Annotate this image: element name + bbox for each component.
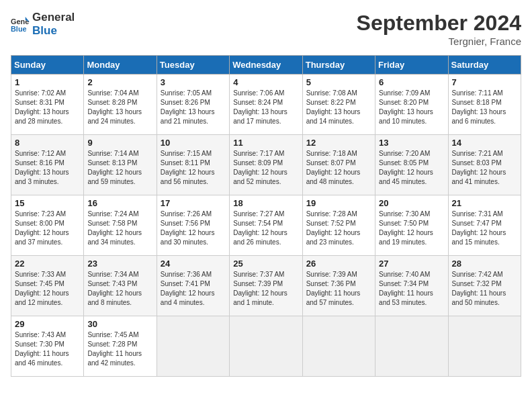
day-info: Sunrise: 7:11 AMSunset: 8:18 PMDaylight:… (452, 89, 506, 125)
calendar-week-row: 8 Sunrise: 7:12 AMSunset: 8:16 PMDayligh… (11, 135, 521, 195)
calendar-day-cell: 27 Sunrise: 7:40 AMSunset: 7:34 PMDaylig… (375, 256, 448, 316)
svg-text:Blue: Blue (11, 25, 27, 33)
calendar-day-cell: 15 Sunrise: 7:23 AMSunset: 8:00 PMDaylig… (11, 195, 84, 256)
calendar-day-cell (375, 316, 448, 377)
calendar-table: SundayMondayTuesdayWednesdayThursdayFrid… (11, 55, 521, 377)
calendar-day-cell: 11 Sunrise: 7:17 AMSunset: 8:09 PMDaylig… (230, 135, 302, 195)
calendar-week-row: 22 Sunrise: 7:33 AMSunset: 7:45 PMDaylig… (11, 256, 521, 316)
day-number: 10 (161, 138, 226, 148)
day-info: Sunrise: 7:30 AMSunset: 7:50 PMDaylight:… (379, 210, 433, 246)
calendar-day-cell: 10 Sunrise: 7:15 AMSunset: 8:11 PMDaylig… (157, 135, 229, 195)
calendar-body: 1 Sunrise: 7:02 AMSunset: 8:31 PMDayligh… (11, 75, 521, 377)
day-of-week-header: Monday (84, 56, 157, 75)
day-info: Sunrise: 7:40 AMSunset: 7:34 PMDaylight:… (379, 271, 433, 306)
calendar-day-cell: 24 Sunrise: 7:36 AMSunset: 7:41 PMDaylig… (157, 256, 229, 316)
day-info: Sunrise: 7:15 AMSunset: 8:11 PMDaylight:… (161, 150, 215, 185)
day-number: 24 (161, 259, 226, 269)
day-number: 2 (87, 77, 152, 87)
day-number: 25 (233, 259, 298, 269)
calendar-day-cell: 9 Sunrise: 7:14 AMSunset: 8:13 PMDayligh… (84, 135, 157, 195)
day-number: 26 (306, 259, 371, 269)
calendar-day-cell: 16 Sunrise: 7:24 AMSunset: 7:58 PMDaylig… (84, 195, 157, 256)
day-number: 18 (233, 198, 298, 208)
day-number: 8 (15, 138, 80, 148)
day-info: Sunrise: 7:04 AMSunset: 8:28 PMDaylight:… (87, 89, 142, 125)
page-header: General Blue General Blue September 2024… (11, 11, 521, 47)
calendar-day-cell: 22 Sunrise: 7:33 AMSunset: 7:45 PMDaylig… (11, 256, 84, 316)
calendar-day-cell: 13 Sunrise: 7:20 AMSunset: 8:05 PMDaylig… (375, 135, 448, 195)
calendar-day-cell: 7 Sunrise: 7:11 AMSunset: 8:18 PMDayligh… (448, 75, 521, 135)
calendar-week-row: 1 Sunrise: 7:02 AMSunset: 8:31 PMDayligh… (11, 75, 521, 135)
day-info: Sunrise: 7:39 AMSunset: 7:36 PMDaylight:… (306, 271, 361, 306)
calendar-day-cell: 14 Sunrise: 7:21 AMSunset: 8:03 PMDaylig… (448, 135, 521, 195)
month-year-title: September 2024 (357, 11, 521, 36)
calendar-day-cell: 29 Sunrise: 7:43 AMSunset: 7:30 PMDaylig… (11, 316, 84, 377)
day-info: Sunrise: 7:24 AMSunset: 7:58 PMDaylight:… (87, 210, 142, 246)
day-number: 1 (15, 77, 80, 87)
day-of-week-header: Wednesday (230, 56, 302, 75)
day-info: Sunrise: 7:18 AMSunset: 8:07 PMDaylight:… (306, 150, 361, 185)
calendar-day-cell: 1 Sunrise: 7:02 AMSunset: 8:31 PMDayligh… (11, 75, 84, 135)
calendar-day-cell: 6 Sunrise: 7:09 AMSunset: 8:20 PMDayligh… (375, 75, 448, 135)
day-number: 5 (306, 77, 371, 87)
day-info: Sunrise: 7:12 AMSunset: 8:16 PMDaylight:… (15, 150, 69, 185)
day-info: Sunrise: 7:27 AMSunset: 7:54 PMDaylight:… (233, 210, 287, 246)
day-number: 19 (306, 198, 371, 208)
day-info: Sunrise: 7:36 AMSunset: 7:41 PMDaylight:… (161, 271, 215, 306)
calendar-week-row: 15 Sunrise: 7:23 AMSunset: 8:00 PMDaylig… (11, 195, 521, 256)
calendar-day-cell: 17 Sunrise: 7:26 AMSunset: 7:56 PMDaylig… (157, 195, 229, 256)
calendar-day-cell: 8 Sunrise: 7:12 AMSunset: 8:16 PMDayligh… (11, 135, 84, 195)
day-number: 7 (452, 77, 517, 87)
day-info: Sunrise: 7:28 AMSunset: 7:52 PMDaylight:… (306, 210, 361, 246)
day-number: 23 (87, 259, 152, 269)
days-of-week-row: SundayMondayTuesdayWednesdayThursdayFrid… (11, 56, 521, 75)
day-info: Sunrise: 7:09 AMSunset: 8:20 PMDaylight:… (379, 89, 433, 125)
day-number: 15 (15, 198, 80, 208)
day-info: Sunrise: 7:17 AMSunset: 8:09 PMDaylight:… (233, 150, 287, 185)
day-info: Sunrise: 7:21 AMSunset: 8:03 PMDaylight:… (452, 150, 506, 185)
day-info: Sunrise: 7:26 AMSunset: 7:56 PMDaylight:… (161, 210, 215, 246)
day-number: 27 (379, 259, 444, 269)
calendar-day-cell (448, 316, 521, 377)
day-info: Sunrise: 7:42 AMSunset: 7:32 PMDaylight:… (452, 271, 506, 306)
day-info: Sunrise: 7:05 AMSunset: 8:26 PMDaylight:… (161, 89, 215, 125)
day-of-week-header: Thursday (302, 56, 375, 75)
day-info: Sunrise: 7:43 AMSunset: 7:30 PMDaylight:… (15, 331, 69, 367)
calendar-day-cell: 26 Sunrise: 7:39 AMSunset: 7:36 PMDaylig… (302, 256, 375, 316)
calendar-day-cell: 19 Sunrise: 7:28 AMSunset: 7:52 PMDaylig… (302, 195, 375, 256)
day-info: Sunrise: 7:02 AMSunset: 8:31 PMDaylight:… (15, 89, 69, 125)
day-number: 3 (161, 77, 226, 87)
logo: General Blue General Blue (11, 11, 75, 38)
calendar-day-cell: 5 Sunrise: 7:08 AMSunset: 8:22 PMDayligh… (302, 75, 375, 135)
calendar-week-row: 29 Sunrise: 7:43 AMSunset: 7:30 PMDaylig… (11, 316, 521, 377)
logo-icon: General Blue (11, 15, 30, 34)
day-number: 6 (379, 77, 444, 87)
day-info: Sunrise: 7:33 AMSunset: 7:45 PMDaylight:… (15, 271, 69, 306)
day-number: 28 (452, 259, 517, 269)
day-number: 30 (87, 319, 152, 329)
calendar-day-cell: 30 Sunrise: 7:45 AMSunset: 7:28 PMDaylig… (84, 316, 157, 377)
calendar-header: SundayMondayTuesdayWednesdayThursdayFrid… (11, 56, 521, 75)
calendar-day-cell: 23 Sunrise: 7:34 AMSunset: 7:43 PMDaylig… (84, 256, 157, 316)
calendar-day-cell (230, 316, 302, 377)
day-info: Sunrise: 7:31 AMSunset: 7:47 PMDaylight:… (452, 210, 506, 246)
location-label: Tergnier, France (357, 36, 521, 47)
calendar-day-cell: 21 Sunrise: 7:31 AMSunset: 7:47 PMDaylig… (448, 195, 521, 256)
day-number: 13 (379, 138, 444, 148)
day-of-week-header: Sunday (11, 56, 84, 75)
day-number: 14 (452, 138, 517, 148)
day-info: Sunrise: 7:20 AMSunset: 8:05 PMDaylight:… (379, 150, 433, 185)
day-info: Sunrise: 7:45 AMSunset: 7:28 PMDaylight:… (87, 331, 142, 367)
day-info: Sunrise: 7:34 AMSunset: 7:43 PMDaylight:… (87, 271, 142, 306)
day-number: 22 (15, 259, 80, 269)
day-info: Sunrise: 7:23 AMSunset: 8:00 PMDaylight:… (15, 210, 69, 246)
day-info: Sunrise: 7:14 AMSunset: 8:13 PMDaylight:… (87, 150, 142, 185)
calendar-day-cell: 25 Sunrise: 7:37 AMSunset: 7:39 PMDaylig… (230, 256, 302, 316)
calendar-day-cell (302, 316, 375, 377)
calendar-day-cell (157, 316, 229, 377)
calendar-day-cell: 20 Sunrise: 7:30 AMSunset: 7:50 PMDaylig… (375, 195, 448, 256)
calendar-day-cell: 4 Sunrise: 7:06 AMSunset: 8:24 PMDayligh… (230, 75, 302, 135)
calendar-day-cell: 3 Sunrise: 7:05 AMSunset: 8:26 PMDayligh… (157, 75, 229, 135)
calendar-title-block: September 2024 Tergnier, France (357, 11, 521, 47)
day-number: 16 (87, 198, 152, 208)
